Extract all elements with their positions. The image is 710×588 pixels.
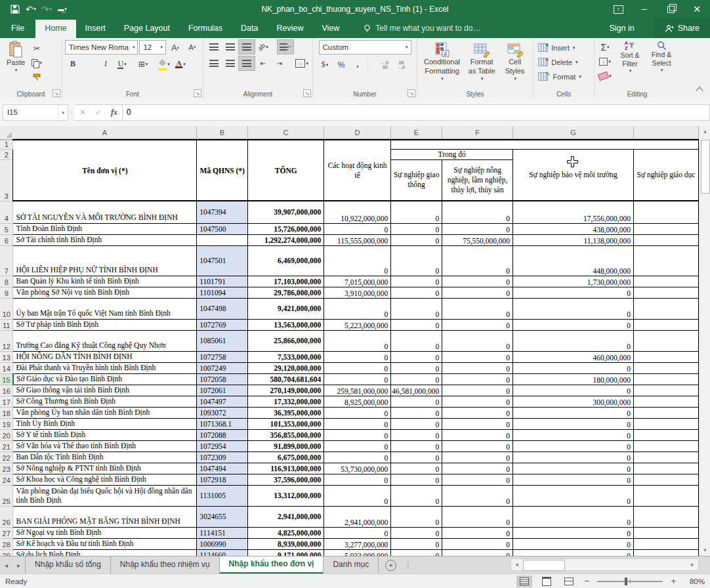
header-cell-c[interactable]: TỔNG [248,140,324,201]
cell-F24[interactable]: 0 [442,474,513,485]
scroll-down-arrow[interactable]: ▼ [700,545,710,556]
cell-G15[interactable]: 180,000,000 [513,373,634,385]
header-cell-e[interactable]: Sự nghiệp giao thông [391,159,442,201]
zoom-out-button[interactable]: − [583,576,591,586]
row-header-12[interactable]: 12 [0,330,13,351]
cell-E21[interactable]: 0 [391,440,442,452]
cell-B16[interactable]: 1072061 [197,385,248,396]
sheet-tabs-more[interactable]: ⋮ [404,561,411,570]
cell-H11[interactable] [633,319,698,330]
cell-D8[interactable]: 7,015,000,000 [324,276,391,287]
sheet-nav-left-arrow[interactable]: ◂ [0,556,12,574]
row-header-3[interactable]: 3 [0,159,13,201]
header-strip[interactable] [391,140,699,149]
row-header-8[interactable]: 8 [0,276,13,287]
cell-D24[interactable]: 0 [324,474,391,485]
cell-A18[interactable]: Văn phòng Ủy ban nhân dân tỉnh Bình Định [13,407,197,418]
cell-B19[interactable]: 1071368.1 [197,418,248,429]
cell-E17[interactable]: 0 [391,396,442,407]
menu-tab-home[interactable]: Home [35,20,75,38]
cell-C23[interactable]: 116,913,000,000 [248,463,324,474]
name-box[interactable]: I15 ▾ [3,104,68,121]
qat-customize-button[interactable]: ▬̲▾ [55,2,70,16]
row-header-27[interactable]: 27 [0,527,13,538]
cell-F18[interactable]: 0 [442,407,513,418]
column-header-g[interactable]: G [513,126,634,139]
cell-A9[interactable]: Văn phòng Sở Nội vụ tỉnh Bình Định [13,287,197,298]
fill-button[interactable]: ↓▾ [597,54,613,68]
row-header-28[interactable]: 28 [0,538,13,549]
cell-B22[interactable]: 1072309 [197,452,248,463]
close-button[interactable]: ✕ [684,0,710,18]
decrease-indent-button[interactable]: ⇤ [255,56,271,70]
column-header-c[interactable]: C [248,126,324,139]
cell-B20[interactable]: 1072088 [197,429,248,440]
cell-B12[interactable]: 1085061 [197,330,248,351]
view-page-break-button[interactable] [561,576,577,587]
cell-A4[interactable]: SỞ TÀI NGUYÊN VÀ MÔI TRƯỜNG BÌNH ĐỊNH [13,201,197,223]
fill-color-button[interactable]: ▾ [156,57,172,71]
cell-D18[interactable]: 0 [324,407,391,418]
cell-B7[interactable]: 1047501 [197,245,248,276]
restore-button[interactable] [658,0,684,18]
cell-F10[interactable]: 0 [442,298,513,319]
cell-G17[interactable]: 300,000,000 [513,396,634,407]
row-header-15[interactable]: 15 [0,373,13,385]
insert-button[interactable]: +Insert▾ [536,41,591,54]
cell-C9[interactable]: 29,786,000,000 [248,287,324,298]
cell-C25[interactable]: 13,312,000,000 [248,485,324,506]
cell-B26[interactable]: 3024655 [197,506,248,527]
cell-C14[interactable]: 29,120,000,000 [248,362,324,373]
cell-F22[interactable]: 0 [442,452,513,463]
cell-D15[interactable]: 0 [324,373,391,385]
cell-B10[interactable]: 1047498 [197,298,248,319]
formula-bar-handle[interactable]: ⋮ [68,109,75,116]
sheet-tab-nhap-khau-so-tong[interactable]: Nhập khẩu số tổng [25,556,111,574]
format-as-table-button[interactable]: Format as Table▾ [464,40,499,83]
cell-G21[interactable]: 0 [513,440,634,452]
cell-C13[interactable]: 7,533,000,000 [248,351,324,362]
orientation-button[interactable]: ab▾ [255,40,271,54]
increase-decimal-button[interactable]: ←.0.00 [377,58,392,72]
cell-C28[interactable]: 8,939,000,000 [248,538,324,549]
scroll-left-arrow[interactable]: ◄ [511,559,522,570]
cell-H26[interactable] [633,506,698,527]
cell-C16[interactable]: 270,149,000,000 [248,385,324,396]
conditional-formatting-button[interactable]: ≠Conditional Formatting▾ [420,40,464,83]
cell-G6[interactable]: 11,138,000,000 [513,234,634,245]
horizontal-scroll-thumb[interactable] [523,560,565,571]
cell-E7[interactable]: 0 [391,245,442,276]
cell-E16[interactable]: 46,581,000,000 [391,385,442,396]
cell-E13[interactable]: 0 [391,351,442,362]
cell-D16[interactable]: 259,581,000,000 [324,385,391,396]
ribbon-display-options-button[interactable]: ↑ [605,0,631,18]
cell-E10[interactable]: 0 [391,298,442,319]
cell-H21[interactable] [633,440,698,452]
minimize-button[interactable]: ─ [631,0,658,18]
cell-H7[interactable] [633,245,698,276]
cell-E15[interactable]: 0 [391,373,442,385]
cell-C22[interactable]: 6,675,000,000 [248,452,324,463]
cell-D13[interactable]: 0 [324,351,391,362]
find-select-button[interactable]: Find & Select▾ [647,40,676,83]
cell-A11[interactable]: Sở Tư pháp tỉnh Bình Định [13,319,197,330]
cell-C24[interactable]: 37,596,000,000 [248,474,324,485]
cell-C26[interactable]: 2,941,000,000 [248,506,324,527]
sheet-tab-nhap-khau-theo-nhiem-vu[interactable]: Nhập khẩu theo nhiệm vụ [111,556,220,574]
accounting-format-button[interactable]: $▾ [317,58,333,72]
shrink-font-button[interactable]: A▾ [184,41,200,54]
cell-D12[interactable]: 0 [324,330,391,351]
scroll-right-arrow[interactable]: ► [687,559,698,570]
cell-H19[interactable] [633,418,698,429]
cell-G10[interactable]: 0 [513,298,634,319]
cell-H14[interactable] [633,362,698,373]
column-header-f[interactable]: F [442,126,513,139]
cell-D5[interactable]: 0 [324,223,391,234]
cell-B17[interactable]: 1047497 [197,396,248,407]
cell-B24[interactable]: 1072918 [197,474,248,485]
row-header-21[interactable]: 21 [0,440,13,452]
cell-A15[interactable]: Sở Giáo dục và Đào tạo Bình Định [13,373,197,385]
cell-H9[interactable] [633,287,698,298]
column-header-partial[interactable] [634,126,699,139]
cell-D28[interactable]: 3,277,000,000 [324,538,391,549]
